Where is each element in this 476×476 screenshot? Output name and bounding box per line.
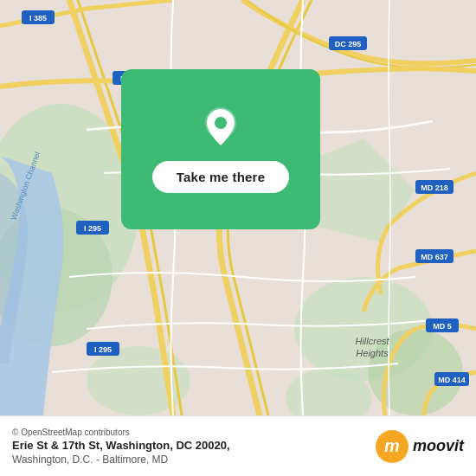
svg-text:MD 5: MD 5 <box>433 322 452 331</box>
svg-text:I 385: I 385 <box>29 14 47 23</box>
svg-text:Heights: Heights <box>356 348 389 358</box>
info-left: © OpenStreetMap contributors Erie St & 1… <box>12 428 230 466</box>
osm-link[interactable]: © OpenStreetMap contributors <box>12 428 130 437</box>
moovit-logo-icon: m <box>376 430 408 463</box>
svg-text:I 295: I 295 <box>84 224 101 233</box>
svg-point-30 <box>215 117 227 129</box>
svg-text:Hillcrest: Hillcrest <box>355 336 389 346</box>
city-line: Washington, D.C. - Baltimore, MD <box>12 453 230 466</box>
location-pin-icon <box>198 106 243 151</box>
take-me-there-button[interactable]: Take me there <box>152 161 289 193</box>
map-area: I 385 I 695 I 295 I 295 DC 295 MD 218 MD… <box>0 0 476 415</box>
info-bar: © OpenStreetMap contributors Erie St & 1… <box>0 415 476 476</box>
osm-credit: © OpenStreetMap contributors <box>12 428 230 437</box>
moovit-brand-name: moovit <box>413 437 464 455</box>
svg-text:MD 637: MD 637 <box>421 253 448 261</box>
svg-text:DC 295: DC 295 <box>335 40 362 48</box>
svg-point-5 <box>87 346 190 415</box>
svg-text:I 295: I 295 <box>94 345 112 354</box>
moovit-logo[interactable]: m moovit <box>376 430 464 463</box>
svg-text:MD 414: MD 414 <box>438 376 466 384</box>
address-line: Erie St & 17th St, Washington, DC 20020, <box>12 439 230 452</box>
location-card: Take me there <box>121 69 320 229</box>
svg-text:MD 218: MD 218 <box>421 183 448 192</box>
